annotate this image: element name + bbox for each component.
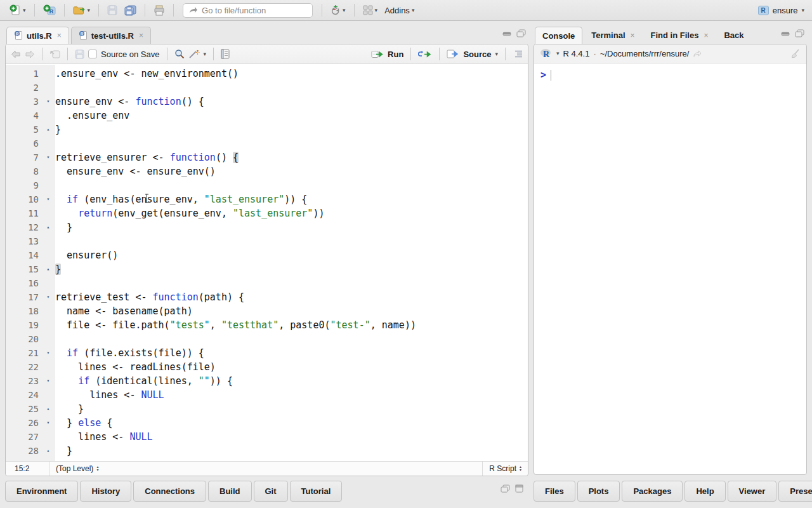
save-icon[interactable] [75,50,84,59]
tab-git[interactable]: Git [254,481,288,502]
minimize-pane-icon[interactable] [502,30,511,37]
console-tab[interactable]: Terminal× [584,27,641,44]
fold-toggle-icon[interactable]: ▾ [41,416,55,430]
tab-presentati[interactable]: Presentati [778,481,812,502]
fold-toggle-icon[interactable]: ▾ [41,374,55,388]
fold-toggle-icon[interactable]: ▾ [41,192,55,206]
fold-toggle-icon[interactable]: ▴ [41,402,55,416]
source-on-save-checkbox[interactable] [88,50,97,58]
tab-plots[interactable]: Plots [577,481,620,502]
console-output[interactable]: > [534,64,806,86]
code-line[interactable]: 19 file <- file.path("tests", "testthat"… [6,318,528,332]
code-line[interactable]: 26▾ } else { [6,416,528,430]
code-line[interactable]: 11 return(env_get(ensure_env, "last_ensu… [6,206,528,220]
restore-pane-icon[interactable] [501,485,510,493]
fold-toggle-icon[interactable]: ▾ [41,150,55,164]
document-outline-icon[interactable] [513,50,523,58]
code-line[interactable]: 17▾retrieve_test <- function(path) { [6,290,528,304]
code-line[interactable]: 3▾ensure_env <- function() { [6,95,528,109]
code-line[interactable]: 7▾retrieve_ensurer <- function() { [6,150,528,164]
minimize-pane-icon[interactable] [781,30,790,37]
code-line[interactable]: 23▾ if (identical(lines, "")) { [6,374,528,388]
close-icon[interactable]: × [139,31,143,40]
tab-viewer[interactable]: Viewer [728,481,777,502]
open-directory-icon[interactable] [693,50,702,57]
chevron-down-icon[interactable]: ▾ [204,51,207,57]
chevron-down-icon[interactable]: ▾ [556,51,560,57]
editor-tab[interactable]: Rtest-utils.R× [71,27,151,44]
project-switcher[interactable]: R ensure ▾ [758,6,804,15]
tab-history[interactable]: History [80,481,131,502]
fold-toggle-icon[interactable]: ▴ [41,444,55,458]
tab-packages[interactable]: Packages [622,481,683,502]
search-icon[interactable] [174,49,185,59]
version-control-button[interactable]: ▾ [329,3,348,17]
code-line[interactable]: 18 name <- basename(path) [6,304,528,318]
new-project-button[interactable]: R [41,3,58,17]
close-icon[interactable]: × [57,31,62,40]
code-line[interactable]: 8 ensure_env <- ensure_env() [6,164,528,178]
console-tab[interactable]: Find in Files× [644,27,716,44]
source-button[interactable]: Source [463,50,491,59]
code-editor[interactable]: 1.ensure_env <- new_environment()23▾ensu… [6,65,528,461]
code-line[interactable]: 5▴} [6,123,528,137]
open-in-new-window-icon[interactable] [49,50,60,58]
code-line[interactable]: 14 ensurer() [6,248,528,262]
addins-button[interactable]: Addins ▾ [383,4,416,17]
code-line[interactable]: 21▾ if (file.exists(file)) { [6,346,528,360]
fold-toggle-icon[interactable]: ▾ [41,290,55,304]
close-icon[interactable]: × [704,31,708,40]
tab-build[interactable]: Build [208,481,252,502]
goto-file-input[interactable] [202,6,297,15]
rerun-icon[interactable] [418,50,432,58]
code-line[interactable]: 13 [6,234,528,248]
code-line[interactable]: 22 lines <- readLines(file) [6,360,528,374]
goto-file-search[interactable] [183,3,313,18]
back-icon[interactable] [11,50,21,58]
code-line[interactable]: 20 [6,332,528,346]
maximize-pane-icon[interactable] [515,485,523,493]
scope-selector[interactable]: (Top Level)▴▾ [49,464,482,473]
print-button[interactable] [152,4,167,17]
file-type-selector[interactable]: R Script▴▾ [483,464,528,473]
code-line[interactable]: 15▴} [6,262,528,276]
clear-console-broom-icon[interactable] [789,49,801,59]
chevron-down-icon[interactable]: ▾ [495,51,498,57]
forward-icon[interactable] [25,50,35,58]
code-line[interactable]: 6 [6,137,528,150]
close-icon[interactable]: × [631,31,635,40]
fold-toggle-icon[interactable]: ▴ [41,123,55,137]
run-button[interactable]: Run [388,50,403,59]
open-file-button[interactable]: ▾ [71,4,93,17]
maximize-pane-icon[interactable] [516,29,526,37]
save-all-button[interactable] [122,4,138,17]
code-line[interactable]: 16 [6,276,528,290]
code-line[interactable]: 24 lines <- NULL [6,388,528,402]
code-line[interactable]: 12▴ } [6,220,528,234]
tab-tutorial[interactable]: Tutorial [290,481,343,502]
tab-help[interactable]: Help [684,481,725,502]
code-line[interactable]: 9 [6,178,528,192]
fold-toggle-icon[interactable]: ▾ [41,346,55,360]
code-line[interactable]: 25▴ } [6,402,528,416]
tab-files[interactable]: Files [534,481,575,502]
console-tab[interactable]: Console [535,27,582,44]
code-line[interactable]: 27 lines <- NULL [6,430,528,444]
fold-toggle-icon[interactable]: ▾ [41,95,55,109]
code-line[interactable]: 10▾ if (env_has(ensure_env, "last_ensure… [6,192,528,206]
compile-report-icon[interactable] [221,49,230,59]
console-tab[interactable]: Back [717,27,750,44]
editor-tab[interactable]: Rutils.R× [6,27,69,44]
new-file-button[interactable]: ▾ [8,3,28,17]
fold-toggle-icon[interactable]: ▴ [41,262,55,276]
code-line[interactable]: 28▴ } [6,444,528,458]
code-line[interactable]: 4 .ensure_env [6,109,528,123]
save-button[interactable] [105,4,119,17]
code-tools-wand-icon[interactable] [188,49,200,59]
fold-toggle-icon[interactable]: ▴ [41,220,55,234]
code-line[interactable]: 1.ensure_env <- new_environment() [6,67,528,81]
tab-connections[interactable]: Connections [133,481,206,502]
workspace-panes-button[interactable]: ▾ [361,4,380,17]
code-line[interactable]: 2 [6,81,528,95]
maximize-pane-icon[interactable] [795,29,804,37]
